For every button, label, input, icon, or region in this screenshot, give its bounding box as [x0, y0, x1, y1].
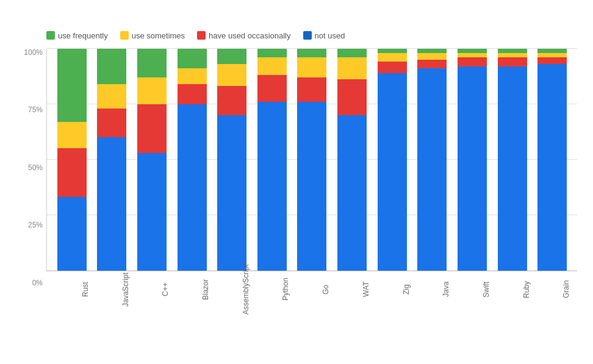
- bar-segment-not_used: [257, 102, 287, 271]
- chart-container: use frequently use sometimes have used o…: [10, 12, 583, 353]
- bar-segment-use_frequently: [97, 49, 126, 84]
- bar-segment-have_used_occasionally: [498, 57, 527, 66]
- bars-area: RustJavaScriptC++BlazorAssemblyScriptPyt…: [46, 49, 577, 305]
- bar-segment-use_sometimes: [417, 53, 447, 60]
- bar-segment-use_frequently: [417, 49, 447, 53]
- bar-stack: [137, 49, 167, 271]
- x-axis-label: Zig: [373, 271, 411, 305]
- bar-segment-use_sometimes: [498, 53, 527, 57]
- bar-group: [494, 49, 531, 271]
- bar-group: [173, 49, 211, 271]
- bar-segment-have_used_occasionally: [257, 75, 287, 102]
- y-axis-label: 25%: [22, 221, 46, 229]
- x-labels: RustJavaScriptC++BlazorAssemblyScriptPyt…: [46, 271, 577, 305]
- bar-segment-not_used: [417, 68, 447, 270]
- bar-group: [53, 49, 91, 271]
- y-axis-label: 0%: [22, 279, 46, 287]
- bar-segment-use_sometimes: [178, 68, 207, 84]
- bar-segment-not_used: [378, 73, 407, 271]
- bar-segment-use_sometimes: [97, 84, 126, 109]
- bar-segment-use_frequently: [178, 49, 207, 69]
- bar-segment-not_used: [57, 197, 87, 270]
- y-axis-label: 100%: [22, 49, 46, 56]
- legend-label: have used occasionally: [209, 31, 290, 40]
- bar-group: [213, 49, 251, 271]
- bar-group: [453, 49, 491, 271]
- bar-stack: [337, 49, 367, 271]
- bar-segment-not_used: [178, 104, 207, 271]
- bar-stack: [257, 49, 287, 271]
- bar-segment-have_used_occasionally: [378, 62, 407, 73]
- bar-segment-use_frequently: [458, 49, 487, 53]
- legend-item: use sometimes: [120, 31, 185, 40]
- x-axis-label: Blazor: [173, 271, 210, 305]
- legend-item: use frequently: [46, 31, 108, 40]
- legend-color-box: [120, 31, 129, 40]
- bar-group: [93, 49, 131, 271]
- bar-segment-use_frequently: [137, 49, 167, 77]
- legend-color-box: [46, 31, 55, 40]
- bar-segment-not_used: [137, 153, 167, 271]
- bar-segment-not_used: [97, 137, 126, 270]
- bar-group: [373, 49, 411, 271]
- bar-segment-not_used: [498, 66, 527, 271]
- bar-segment-use_frequently: [537, 49, 567, 53]
- bar-segment-have_used_occasionally: [217, 86, 246, 115]
- x-axis-label: Rust: [52, 271, 90, 305]
- bar-segment-use_frequently: [257, 49, 287, 58]
- x-axis-label: WAT: [333, 271, 371, 305]
- x-axis-label: Ruby: [494, 271, 531, 305]
- bar-segment-use_sometimes: [337, 57, 367, 79]
- bar-segment-have_used_occasionally: [537, 57, 567, 64]
- bar-segment-use_frequently: [378, 49, 407, 53]
- bar-stack: [537, 49, 567, 271]
- bar-segment-have_used_occasionally: [417, 60, 447, 69]
- bar-stack: [178, 49, 207, 271]
- bar-segment-use_sometimes: [217, 64, 246, 86]
- legend-label: not used: [315, 31, 345, 40]
- bar-group: [533, 49, 571, 271]
- bar-segment-use_sometimes: [257, 57, 287, 75]
- y-axis-label: 75%: [22, 106, 46, 113]
- bar-group: [133, 49, 171, 271]
- bar-stack: [97, 49, 126, 271]
- bar-segment-have_used_occasionally: [458, 57, 487, 66]
- legend-color-box: [197, 31, 206, 40]
- x-axis-label: Go: [293, 271, 331, 305]
- bar-segment-not_used: [458, 66, 487, 271]
- legend-item: have used occasionally: [197, 31, 290, 40]
- legend-item: not used: [303, 31, 345, 40]
- bar-segment-not_used: [537, 64, 567, 271]
- bars-wrapper: [46, 49, 577, 271]
- x-axis-label: C++: [132, 271, 170, 305]
- legend: use frequently use sometimes have used o…: [22, 31, 577, 40]
- x-axis-label: JavaScript: [93, 271, 131, 305]
- bar-stack: [417, 49, 447, 271]
- bar-stack: [297, 49, 326, 271]
- bar-segment-use_sometimes: [458, 53, 487, 57]
- bar-segment-use_sometimes: [378, 53, 407, 62]
- bar-segment-use_frequently: [498, 49, 527, 53]
- x-axis-label: Grain: [533, 271, 571, 305]
- bar-stack: [498, 49, 527, 271]
- bar-group: [413, 49, 451, 271]
- bar-segment-have_used_occasionally: [337, 79, 367, 115]
- legend-label: use frequently: [58, 31, 108, 40]
- chart-area: 0%25%50%75%100% RustJavaScriptC++BlazorA…: [22, 49, 577, 305]
- x-axis-label: Swift: [453, 271, 491, 305]
- bar-segment-use_sometimes: [57, 122, 87, 149]
- legend-label: use sometimes: [132, 31, 185, 40]
- bar-segment-not_used: [217, 115, 246, 271]
- bars-row: [47, 49, 577, 271]
- y-axis-label: 50%: [22, 164, 46, 171]
- x-axis-label: Java: [413, 271, 451, 305]
- y-axis: 0%25%50%75%100%: [22, 49, 46, 305]
- bar-segment-have_used_occasionally: [297, 77, 326, 102]
- legend-color-box: [303, 31, 312, 40]
- bar-segment-use_frequently: [57, 49, 87, 122]
- bar-segment-use_frequently: [217, 49, 246, 64]
- bar-group: [293, 49, 331, 271]
- bar-segment-have_used_occasionally: [57, 148, 87, 197]
- bar-segment-have_used_occasionally: [97, 109, 126, 137]
- bar-segment-use_frequently: [297, 49, 326, 58]
